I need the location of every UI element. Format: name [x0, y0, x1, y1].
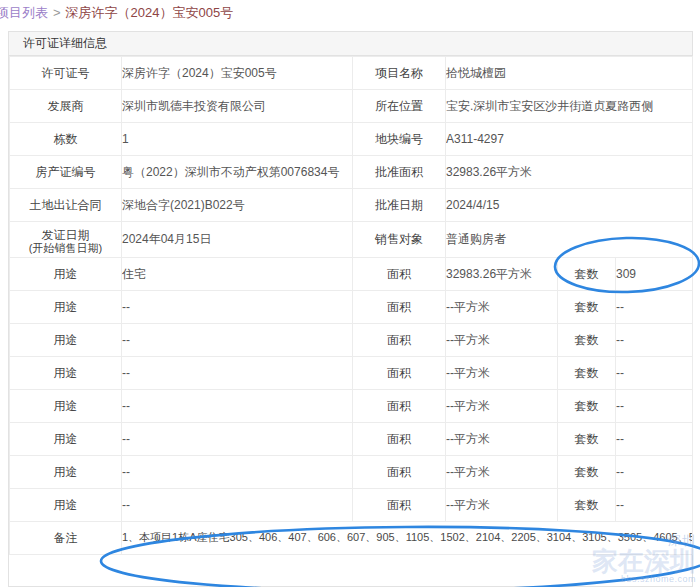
label-unit-count: 套数: [558, 390, 616, 423]
table-row-usage: 用途 -- 面积 --平方米 套数 --: [10, 357, 693, 390]
table-row-remark: 备注 1、本项目1栋A座住宅305、406、407、606、607、905、11…: [10, 522, 693, 555]
breadcrumb: 项目列表>深房许字（2024）宝安005号: [0, 4, 233, 22]
value-unit-count: --: [616, 390, 693, 423]
table-row-usage: 用途 -- 面积 --平方米 套数 --: [10, 423, 693, 456]
table-row-usage: 用途 -- 面积 --平方米 套数 --: [10, 390, 693, 423]
label-unit-count: 套数: [558, 258, 616, 291]
value-usage: --: [122, 324, 353, 357]
value-permit-number: 深房许字（2024）宝安005号: [122, 57, 353, 90]
table-row-usage: 用途 -- 面积 --平方米 套数 --: [10, 291, 693, 324]
value-developer: 深圳市凯德丰投资有限公司: [122, 90, 353, 123]
breadcrumb-current-permit: 深房许字（2024）宝安005号: [66, 5, 234, 20]
value-area: --平方米: [446, 324, 558, 357]
value-unit-count: --: [616, 324, 693, 357]
value-usage: --: [122, 423, 353, 456]
value-usage: --: [122, 357, 353, 390]
label-usage: 用途: [10, 489, 122, 522]
value-unit-count: 309: [616, 258, 693, 291]
label-developer: 发展商: [10, 90, 122, 123]
table-row-usage: 用途 -- 面积 --平方米 套数 --: [10, 489, 693, 522]
permit-detail-table: 许可证号 深房许字（2024）宝安005号 项目名称 拾悦城檀园 发展商 深圳市…: [9, 56, 693, 555]
label-location: 所在位置: [353, 90, 446, 123]
label-land-contract: 土地出让合同: [10, 189, 122, 222]
value-usage: --: [122, 291, 353, 324]
label-area: 面积: [353, 489, 446, 522]
value-unit-count: --: [616, 291, 693, 324]
table-row: 栋数 1 地块编号 A311-4297: [10, 123, 693, 156]
permit-detail-card: 许可证详细信息 许可证号 深房许字（2024）宝安005号 项目名称 拾悦城檀园…: [8, 31, 693, 587]
label-unit-count: 套数: [558, 489, 616, 522]
label-building-count: 栋数: [10, 123, 122, 156]
value-land-contract: 深地合字(2021)B022号: [122, 189, 353, 222]
label-area: 面积: [353, 357, 446, 390]
label-unit-count: 套数: [558, 291, 616, 324]
value-unit-count: --: [616, 456, 693, 489]
value-area: 32983.26平方米: [446, 258, 558, 291]
table-row-usage-main: 用途 住宅 面积 32983.26平方米 套数 309: [10, 258, 693, 291]
label-issue-date: 发证日期 (开始销售日期): [10, 222, 122, 258]
label-usage: 用途: [10, 456, 122, 489]
label-unit-count: 套数: [558, 357, 616, 390]
value-issue-date: 2024年04月15日: [122, 222, 353, 258]
value-building-count: 1: [122, 123, 353, 156]
breadcrumb-link-project-list[interactable]: 项目列表: [0, 5, 48, 20]
label-usage: 用途: [10, 390, 122, 423]
table-row: 房产证编号 粤（2022）深圳市不动产权第0076834号 批准面积 32983…: [10, 156, 693, 189]
value-area: --平方米: [446, 291, 558, 324]
value-area: --平方米: [446, 456, 558, 489]
table-row: 许可证号 深房许字（2024）宝安005号 项目名称 拾悦城檀园: [10, 57, 693, 90]
tab-permit-detail[interactable]: 许可证详细信息: [9, 32, 692, 56]
label-usage: 用途: [10, 324, 122, 357]
value-sale-target: 普通购房者: [446, 222, 693, 258]
value-approved-area: 32983.26平方米: [446, 156, 693, 189]
label-area: 面积: [353, 390, 446, 423]
value-usage: --: [122, 390, 353, 423]
value-area: --平方米: [446, 489, 558, 522]
tab-permit-detail-label: 许可证详细信息: [23, 36, 107, 50]
breadcrumb-separator: >: [53, 5, 61, 20]
table-row-usage: 用途 -- 面积 --平方米 套数 --: [10, 324, 693, 357]
label-sale-target: 销售对象: [353, 222, 446, 258]
value-approval-date: 2024/4/15: [446, 189, 693, 222]
table-row: 发展商 深圳市凯德丰投资有限公司 所在位置 宝安.深圳市宝安区沙井街道贞夏路西侧: [10, 90, 693, 123]
label-unit-count: 套数: [558, 423, 616, 456]
value-usage: --: [122, 489, 353, 522]
label-usage: 用途: [10, 423, 122, 456]
label-project-name: 项目名称: [353, 57, 446, 90]
value-usage: 住宅: [122, 258, 353, 291]
label-property-cert: 房产证编号: [10, 156, 122, 189]
value-area: --平方米: [446, 423, 558, 456]
label-issue-date-line2: (开始销售日期): [10, 242, 121, 254]
table-row: 发证日期 (开始销售日期) 2024年04月15日 销售对象 普通购房者: [10, 222, 693, 258]
table-row: 土地出让合同 深地合字(2021)B022号 批准日期 2024/4/15: [10, 189, 693, 222]
label-approval-date: 批准日期: [353, 189, 446, 222]
value-location: 宝安.深圳市宝安区沙井街道贞夏路西侧: [446, 90, 693, 123]
label-unit-count: 套数: [558, 456, 616, 489]
value-remark: 1、本项目1栋A座住宅305、406、407、606、607、905、1105、…: [122, 522, 693, 555]
label-plot-number: 地块编号: [353, 123, 446, 156]
value-usage: --: [122, 456, 353, 489]
label-area: 面积: [353, 291, 446, 324]
label-area: 面积: [353, 423, 446, 456]
value-plot-number: A311-4297: [446, 123, 693, 156]
label-unit-count: 套数: [558, 324, 616, 357]
label-area: 面积: [353, 258, 446, 291]
value-project-name: 拾悦城檀园: [446, 57, 693, 90]
value-area: --平方米: [446, 390, 558, 423]
label-usage: 用途: [10, 357, 122, 390]
label-approved-area: 批准面积: [353, 156, 446, 189]
value-unit-count: --: [616, 423, 693, 456]
value-property-cert: 粤（2022）深圳市不动产权第0076834号: [122, 156, 353, 189]
label-permit-number: 许可证号: [10, 57, 122, 90]
table-row-usage: 用途 -- 面积 --平方米 套数 --: [10, 456, 693, 489]
label-remark: 备注: [10, 522, 122, 555]
label-area: 面积: [353, 324, 446, 357]
label-usage: 用途: [10, 258, 122, 291]
label-issue-date-line1: 发证日期: [10, 228, 121, 242]
label-usage: 用途: [10, 291, 122, 324]
value-area: --平方米: [446, 357, 558, 390]
label-area: 面积: [353, 456, 446, 489]
value-unit-count: --: [616, 357, 693, 390]
value-unit-count: --: [616, 489, 693, 522]
